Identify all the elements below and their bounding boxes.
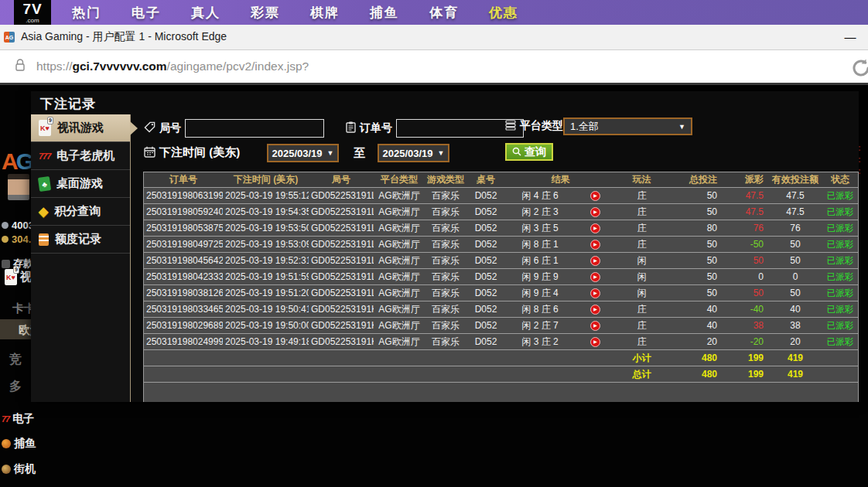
table-cell: 50 xyxy=(768,237,822,252)
replay-cell: ▶ xyxy=(575,285,616,301)
sidebar-item-视讯游戏[interactable]: K♥9视讯游戏 xyxy=(31,114,130,142)
sidebar-item-积分查询[interactable]: ◆积分查询 xyxy=(31,198,130,226)
status-badge: 已派彩 xyxy=(822,301,858,317)
table-cell xyxy=(425,366,466,382)
replay-cell: ▶ xyxy=(575,253,616,268)
table-cell: 庄 xyxy=(616,318,668,333)
bet-records-table: 订单号下注时间 (美东)局号平台类型游戏类型桌号结果玩法总投注派彩有效投注额状态… xyxy=(143,172,859,402)
date-to-select[interactable]: 2025/03/19 ▼ xyxy=(378,144,449,162)
table-cell: 250319198024999 xyxy=(144,334,223,349)
table-cell: 2025-03-19 19:49:18 xyxy=(223,334,309,349)
replay-button[interactable]: ▶ xyxy=(590,240,600,250)
table-cell: 0 xyxy=(768,269,822,284)
replay-button[interactable]: ▶ xyxy=(590,272,600,282)
url-text[interactable]: https://gci.7vvvvvv.com/agingame/pcv2/in… xyxy=(36,60,309,73)
lobby-rail-label: 电子 xyxy=(12,412,34,426)
column-header: 游戏类型 xyxy=(425,172,466,187)
total-row: 总计480199419 xyxy=(144,366,858,382)
table-cell xyxy=(575,366,616,382)
bet-time-group: 下注时间 (美东) xyxy=(144,145,240,160)
replay-cell: ▶ xyxy=(575,220,616,236)
table-cell: 2025-03-19 19:52:31 xyxy=(223,253,309,268)
sidebar-item-label: 电子老虎机 xyxy=(56,148,114,163)
table-cell: D052 xyxy=(466,269,505,284)
sidebar-item-桌面游戏[interactable]: ♣桌面游戏 xyxy=(31,170,130,198)
table-cell: D052 xyxy=(466,237,505,252)
minimize-button[interactable]: — xyxy=(842,29,859,45)
table-cell: 闲 9 庄 4 xyxy=(505,285,575,301)
nav-item[interactable]: 体育 xyxy=(429,4,459,22)
window-titlebar: AG Asia Gaming - 用户配置 1 - Microsoft Edge… xyxy=(0,25,868,50)
replay-cell: ▶ xyxy=(575,269,616,284)
nav-item[interactable]: 优惠 xyxy=(489,4,518,22)
sidebar-item-电子老虎机[interactable]: 777电子老虎机 xyxy=(31,142,130,170)
table-row: 2503191980538752025-03-19 19:53:50GD0522… xyxy=(144,220,858,236)
lobby-rail-item: 77电子 xyxy=(2,412,34,426)
replay-button[interactable]: ▶ xyxy=(590,337,600,347)
nav-item[interactable]: 棋牌 xyxy=(310,4,340,22)
sidebar-item-额度记录[interactable]: 额度记录 xyxy=(31,226,130,254)
column-header: 玩法 xyxy=(616,172,668,187)
url-host: gci.7vvvvvv.com xyxy=(73,60,167,73)
replay-cell: ▶ xyxy=(575,334,616,349)
table-cell: 庄 xyxy=(616,188,668,203)
table-cell: 庄 xyxy=(616,301,668,317)
lobby-rail-label: 304. xyxy=(12,233,31,245)
nav-item[interactable]: 彩票 xyxy=(251,4,280,22)
table-cell: 百家乐 xyxy=(425,285,466,301)
table-cell: D052 xyxy=(466,318,505,333)
replay-button[interactable]: ▶ xyxy=(590,223,600,233)
replay-button[interactable]: ▶ xyxy=(590,207,600,217)
round-input[interactable] xyxy=(185,119,324,138)
url-bar[interactable]: https://gci.7vvvvvv.com/agingame/pcv2/in… xyxy=(0,50,868,85)
table-cell xyxy=(144,350,223,366)
table-cell: 2025-03-19 19:53:09 xyxy=(223,237,309,252)
table-cell: AG欧洲厅 xyxy=(374,204,425,220)
table-cell: 50 xyxy=(768,253,822,268)
replay-button[interactable]: ▶ xyxy=(590,256,600,266)
table-cell: 闲 8 庄 1 xyxy=(505,237,575,252)
table-cell: GD052253191KY xyxy=(309,318,374,333)
nav-item[interactable]: 电子 xyxy=(132,4,161,22)
top-nav-bar: 7V .com 热门电子真人彩票棋牌捕鱼体育优惠 xyxy=(0,0,868,25)
table-cell: 20 xyxy=(668,334,722,349)
nav-item[interactable]: 捕鱼 xyxy=(370,4,399,22)
status-badge: 已派彩 xyxy=(822,220,858,236)
search-button[interactable]: 查询 xyxy=(505,143,553,161)
table-cell: 闲 8 庄 6 xyxy=(505,301,575,317)
table-cell: 47.5 xyxy=(768,188,822,203)
table-cell: 庄 xyxy=(616,334,668,349)
table-cell: -40 xyxy=(722,301,768,317)
table-cell: 250319198045642 xyxy=(144,253,223,268)
platform-select[interactable]: 1.全部 ▼ xyxy=(563,117,692,135)
table-row: 2503191980249992025-03-19 19:49:18GD0522… xyxy=(144,333,858,349)
site-logo[interactable]: 7V .com xyxy=(14,0,51,27)
column-header: 桌号 xyxy=(466,172,505,187)
table-row: 2503191980423332025-03-19 19:51:59GD0522… xyxy=(144,268,858,284)
table-filler-row xyxy=(144,382,858,402)
nav-item[interactable]: 热门 xyxy=(72,4,101,22)
table-cell: GD052253191KZ xyxy=(309,301,374,317)
date-from-select[interactable]: 2025/03/19 ▼ xyxy=(267,144,339,162)
table-cell: 250319198049725 xyxy=(144,237,223,252)
diamond-icon: ◆ xyxy=(39,204,48,219)
table-cell: 50 xyxy=(668,285,722,301)
table-cell: 50 xyxy=(668,269,722,284)
date-to-value: 2025/03/19 xyxy=(383,148,433,159)
slot-777-icon: 777 xyxy=(39,152,50,161)
refresh-icon[interactable] xyxy=(850,57,868,82)
table-cell: 50 xyxy=(668,253,722,268)
table-cell xyxy=(309,366,374,382)
table-cell: 250319198033465 xyxy=(144,301,223,317)
table-cell: 闲 9 庄 9 xyxy=(505,269,575,284)
table-cell: 闲 6 庄 1 xyxy=(505,253,575,268)
table-cell xyxy=(822,366,858,382)
table-cell: AG欧洲厅 xyxy=(374,220,425,236)
table-cell: 250319198042333 xyxy=(144,269,223,284)
replay-button[interactable]: ▶ xyxy=(590,288,600,298)
table-cell: 50 xyxy=(722,253,768,268)
replay-button[interactable]: ▶ xyxy=(590,305,600,315)
replay-button[interactable]: ▶ xyxy=(590,321,600,331)
nav-item[interactable]: 真人 xyxy=(191,4,220,22)
replay-button[interactable]: ▶ xyxy=(590,191,600,201)
